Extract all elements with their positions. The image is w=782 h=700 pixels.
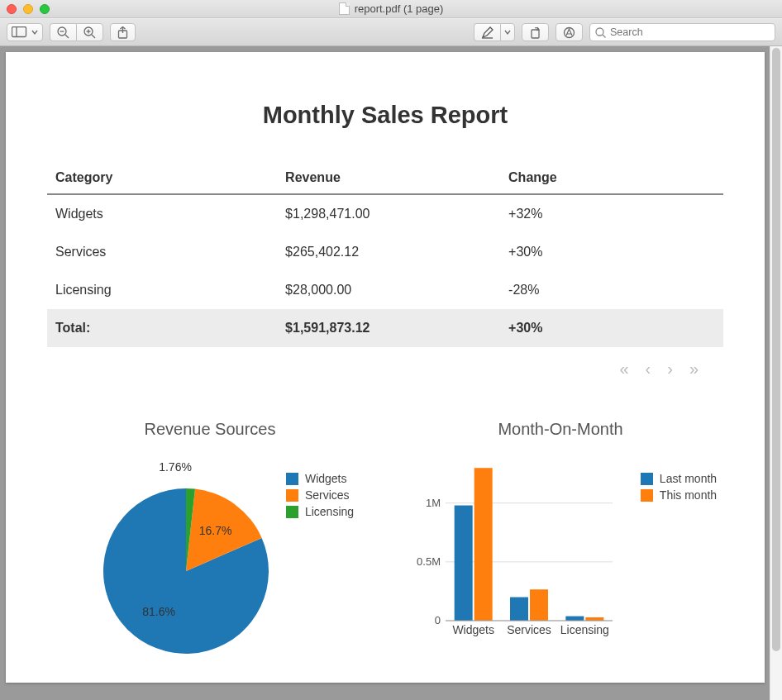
pie-slice-label: 1.76% — [159, 460, 192, 474]
scrollbar-thumb[interactable] — [772, 48, 780, 651]
cell-category: Widgets — [47, 194, 277, 233]
cell-category: Licensing — [47, 271, 277, 309]
revenue-table: Category Revenue Change Widgets $1,298,4… — [47, 162, 723, 347]
share-icon — [117, 26, 128, 39]
chevron-down-icon — [504, 29, 511, 36]
search-icon — [595, 27, 606, 38]
charts-row: Revenue Sources 81.6%16.7%1.76% WidgetsS… — [47, 420, 723, 658]
svg-point-14 — [596, 28, 603, 36]
col-header: Category — [47, 162, 277, 194]
pager-last-icon[interactable]: » — [689, 360, 699, 379]
pager-first-icon[interactable]: « — [619, 360, 628, 379]
legend-swatch — [286, 489, 298, 502]
legend-item: Services — [286, 488, 354, 502]
x-tick-label: Licensing — [560, 623, 609, 636]
table-header-row: Category Revenue Change — [47, 162, 723, 194]
y-tick-label: 1M — [426, 497, 441, 509]
zoom-out-icon — [57, 26, 69, 39]
cell-revenue: $265,402.12 — [277, 233, 500, 271]
zoom-in-icon — [83, 26, 96, 39]
cell-total-chg: +30% — [500, 309, 723, 347]
svg-line-3 — [65, 35, 69, 38]
bar-legend: Last monthThis month — [641, 472, 717, 505]
highlight-button[interactable] — [474, 23, 500, 41]
legend-item: Licensing — [286, 505, 354, 518]
bar — [455, 506, 473, 621]
markup-button[interactable] — [556, 23, 583, 41]
col-header: Revenue — [277, 162, 500, 194]
legend-swatch — [641, 473, 653, 485]
sidebar-icon — [12, 26, 30, 38]
search-input[interactable] — [610, 26, 770, 38]
svg-line-15 — [603, 35, 606, 38]
bar — [510, 598, 528, 621]
cell-total-label: Total: — [47, 309, 277, 347]
pie-chart-title: Revenue Sources — [47, 420, 373, 439]
legend-swatch — [641, 489, 653, 502]
legend-swatch — [286, 506, 298, 518]
pdf-page: Monthly Sales Report Category Revenue Ch… — [6, 52, 765, 683]
highlight-menu-button[interactable] — [500, 23, 515, 41]
cell-revenue: $1,298,471.00 — [277, 194, 500, 233]
cell-revenue: $28,000.00 — [277, 271, 500, 309]
search-field[interactable] — [589, 23, 775, 41]
window-titlebar: report.pdf (1 page) — [0, 0, 782, 18]
pie-slice-label: 81.6% — [142, 605, 175, 618]
highlight-icon — [481, 26, 494, 39]
document-viewport[interactable]: Monthly Sales Report Category Revenue Ch… — [0, 46, 782, 700]
table-row: Services $265,402.12 +30% — [47, 233, 723, 271]
vertical-scrollbar[interactable] — [770, 46, 782, 700]
cell-category: Services — [47, 233, 277, 271]
col-header: Change — [500, 162, 723, 194]
file-icon — [339, 2, 350, 15]
pie-chart-panel: Revenue Sources 81.6%16.7%1.76% WidgetsS… — [47, 420, 373, 658]
legend-item: Widgets — [286, 472, 354, 485]
bar — [474, 468, 493, 621]
bar-chart-title: Month-On-Month — [398, 420, 723, 439]
zoom-out-button[interactable] — [50, 23, 76, 41]
table-row: Widgets $1,298,471.00 +32% — [47, 194, 723, 233]
legend-label: Services — [305, 488, 350, 502]
cell-total-rev: $1,591,873.12 — [277, 309, 500, 347]
legend-label: Last month — [660, 472, 717, 485]
svg-line-6 — [92, 35, 95, 38]
bar — [565, 617, 584, 621]
legend-label: This month — [660, 488, 717, 502]
cell-change: -28% — [500, 271, 723, 309]
legend-label: Licensing — [305, 505, 354, 518]
table-pager: « ‹ › » — [47, 347, 723, 379]
bar — [530, 589, 548, 621]
cell-change: +32% — [500, 194, 723, 233]
legend-label: Widgets — [305, 472, 347, 485]
bar-chart-panel: Month-On-Month 00.5M1MWidgetsServicesLic… — [398, 420, 723, 658]
y-tick-label: 0 — [435, 614, 441, 626]
legend-item: Last month — [641, 472, 717, 485]
bar — [585, 617, 603, 621]
x-tick-label: Widgets — [452, 623, 494, 636]
sidebar-toggle-button[interactable] — [7, 23, 43, 41]
pager-prev-icon[interactable]: ‹ — [646, 360, 651, 379]
window-title-text: report.pdf (1 page) — [355, 2, 444, 15]
report-title: Monthly Sales Report — [47, 102, 723, 129]
svg-rect-0 — [12, 27, 26, 37]
pie-legend: WidgetsServicesLicensing — [286, 472, 354, 521]
pager-next-icon[interactable]: › — [667, 360, 673, 379]
markup-icon — [563, 26, 575, 39]
share-button[interactable] — [110, 23, 136, 41]
rotate-button[interactable] — [522, 23, 549, 41]
y-tick-label: 0.5M — [417, 555, 441, 568]
legend-swatch — [286, 473, 298, 485]
pie-chart-body: 81.6%16.7%1.76% WidgetsServicesLicensing — [47, 460, 373, 658]
svg-rect-12 — [532, 30, 539, 38]
zoom-in-button[interactable] — [76, 23, 103, 41]
bar-chart-body: 00.5M1MWidgetsServicesLicensing Last mon… — [398, 460, 723, 658]
legend-item: This month — [641, 488, 717, 502]
toolbar — [0, 18, 782, 46]
rotate-icon — [529, 26, 541, 39]
pie-chart: 81.6%16.7%1.76% — [66, 460, 281, 658]
window-title: report.pdf (1 page) — [0, 2, 782, 15]
x-tick-label: Services — [507, 623, 551, 636]
chevron-down-icon — [31, 29, 38, 36]
table-total-row: Total: $1,591,873.12 +30% — [47, 309, 723, 347]
annotate-group — [474, 23, 515, 41]
